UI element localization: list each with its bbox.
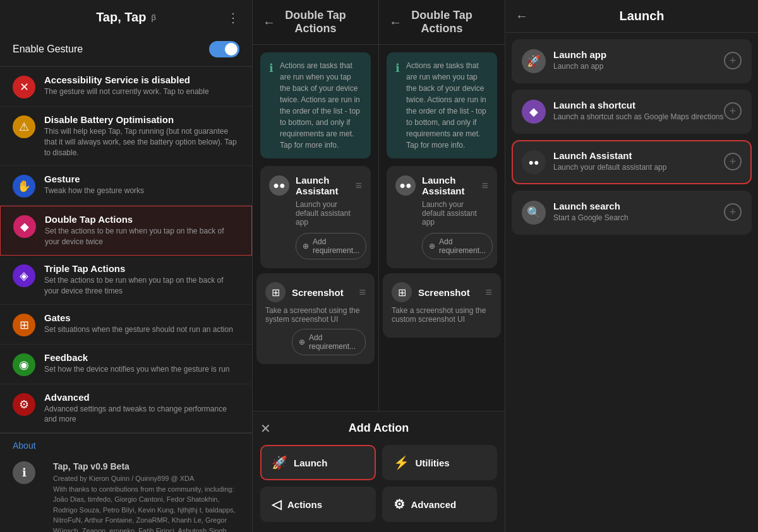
- utilities-btn-icon: ⚡: [394, 455, 409, 470]
- launch-panel: ← Launch 🚀 Launch app Launch an app + ◆ …: [505, 0, 758, 532]
- left-panel: Tap, Tap β ⋮ Enable Gesture ✕ Accessibil…: [0, 0, 253, 532]
- action-actions-btn[interactable]: ◁ Actions: [260, 487, 376, 522]
- middle-right-header: ← Double Tap Actions: [379, 0, 505, 45]
- accessibility-icon: ✕: [13, 76, 35, 98]
- launch-search-sub: Start a Google Search: [553, 213, 724, 222]
- launch-assistant-sub-left: Launch your default assistant app: [296, 200, 362, 227]
- launch-list: 🚀 Launch app Launch an app + ◆ Launch a …: [505, 33, 758, 532]
- launch-assistant-item[interactable]: ●● Launch Assistant Launch your default …: [512, 140, 752, 184]
- middle-right-content: ℹ Actions are tasks that are run when yo…: [379, 45, 505, 411]
- accessibility-sub: The gesture will not currently work. Tap…: [44, 86, 239, 97]
- gesture-title: Gesture: [44, 174, 239, 184]
- battery-icon: ⚠: [13, 115, 35, 138]
- advanced-btn-label: Advanced: [411, 499, 457, 510]
- launch-btn-icon: 🚀: [272, 455, 287, 470]
- advanced-title: Advanced: [44, 392, 239, 403]
- plus-icon-2-left: ⊕: [299, 338, 305, 346]
- gates-icon: ⊞: [13, 314, 35, 336]
- sidebar-item-double-tap[interactable]: ◆ Double Tap Actions Set the actions to …: [0, 206, 252, 256]
- add-req-btn-2-left[interactable]: ⊕ Add requirement...: [292, 329, 366, 355]
- launch-assistant-card-right[interactable]: ●● Launch Assistant ≡ Launch your defaul…: [387, 166, 497, 268]
- info-icon-right: ℹ: [395, 61, 400, 75]
- screenshot-card-right[interactable]: ⊞ Screenshot ≡ Take a screenshot using t…: [383, 273, 501, 338]
- launch-app-add-btn[interactable]: +: [724, 52, 742, 69]
- advanced-icon: ⚙: [13, 393, 35, 416]
- sidebar-item-accessibility[interactable]: ✕ Accessibility Service is disabled The …: [0, 67, 252, 107]
- sidebar-item-battery[interactable]: ⚠ Disable Battery Optimisation This will…: [0, 107, 252, 166]
- gesture-sub: Tweak how the gesture works: [44, 186, 239, 196]
- plus-icon-1-left: ⊕: [303, 242, 309, 251]
- middle-left-title: Double Tap Actions: [283, 9, 348, 35]
- double-tap-sub: Set the actions to be run when you tap o…: [45, 226, 239, 247]
- accessibility-title: Accessibility Service is disabled: [44, 74, 239, 85]
- menu-icon[interactable]: ⋮: [227, 10, 239, 25]
- launch-assistant-add-btn[interactable]: +: [724, 153, 742, 170]
- gesture-icon: ✋: [13, 175, 35, 198]
- sidebar-item-feedback[interactable]: ◉ Feedback Set how the device notifies y…: [0, 345, 252, 384]
- screenshot-card-left[interactable]: ⊞ Screenshot ≡ Take a screenshot using t…: [256, 273, 375, 364]
- utilities-btn-label: Utilities: [416, 458, 450, 468]
- back-button-right[interactable]: ←: [389, 15, 402, 30]
- modal-close-btn[interactable]: ✕: [260, 421, 271, 436]
- enable-gesture-toggle[interactable]: [209, 41, 239, 57]
- launch-btn-label: Launch: [294, 458, 327, 468]
- double-tap-title: Double Tap Actions: [45, 214, 239, 225]
- sidebar-item-advanced[interactable]: ⚙ Advanced Advanced settings and tweaks …: [0, 384, 252, 434]
- back-button-left[interactable]: ←: [263, 15, 275, 30]
- triple-tap-sub: Set the actions to be run when you tap o…: [44, 275, 239, 297]
- middle-panel: ← Double Tap Actions ℹ Actions are tasks…: [253, 0, 505, 532]
- launch-assistant-card-title-left: Launch Assistant: [296, 175, 355, 196]
- modal-header: ✕ Add Action: [260, 422, 497, 435]
- drag-handle-2-right[interactable]: ≡: [485, 286, 492, 299]
- add-req-label-1-right: Add requirement...: [439, 237, 486, 255]
- battery-title: Disable Battery Optimisation: [44, 114, 239, 125]
- launch-assistant-sub-right: Launch your default assistant app: [422, 200, 488, 227]
- double-tap-col-right: ← Double Tap Actions ℹ Actions are tasks…: [379, 0, 505, 411]
- launch-shortcut-add-btn[interactable]: +: [724, 102, 742, 120]
- add-req-btn-1-left[interactable]: ⊕ Add requirement...: [296, 233, 366, 259]
- launch-shortcut-icon: ◆: [522, 100, 546, 124]
- action-utilities-btn[interactable]: ⚡ Utilities: [382, 445, 498, 480]
- gates-title: Gates: [44, 312, 239, 323]
- launch-shortcut-item[interactable]: ◆ Launch a shortcut Launch a shortcut su…: [512, 90, 752, 134]
- launch-app-item[interactable]: 🚀 Launch app Launch an app +: [512, 39, 752, 83]
- info-banner-right: ℹ Actions are tasks that are run when yo…: [387, 52, 497, 158]
- enable-gesture-row: Enable Gesture: [0, 35, 252, 67]
- feedback-sub: Set how the device notifies you when the…: [44, 364, 239, 375]
- about-section: About: [0, 433, 252, 454]
- launch-back-btn[interactable]: ←: [515, 9, 528, 23]
- sidebar-item-gesture[interactable]: ✋ Gesture Tweak how the gesture works: [0, 166, 252, 206]
- launch-assistant-title: Launch Assistant: [553, 150, 724, 161]
- launch-shortcut-title: Launch a shortcut: [553, 100, 724, 110]
- launch-app-icon: 🚀: [522, 49, 546, 73]
- beta-badge: β: [151, 13, 155, 22]
- launch-title: Launch: [536, 9, 748, 23]
- drag-handle-2-left[interactable]: ≡: [359, 286, 366, 299]
- drag-handle-1-right[interactable]: ≡: [481, 179, 488, 192]
- about-link[interactable]: About: [13, 440, 36, 451]
- screenshot-sub-left: Take a screenshot using the system scree…: [265, 306, 366, 324]
- screenshot-icon-right: ⊞: [392, 282, 412, 302]
- sidebar-item-gates[interactable]: ⊞ Gates Set situations when the gesture …: [0, 305, 252, 345]
- version-title: Tap, Tap v0.9 Beta: [53, 460, 239, 473]
- launch-assistant-title-right: Launch Assistant: [422, 175, 481, 196]
- launch-search-item[interactable]: 🔍 Launch search Start a Google Search +: [512, 191, 752, 235]
- screenshot-title-left: Screenshot: [292, 287, 359, 298]
- triple-tap-title: Triple Tap Actions: [44, 263, 239, 274]
- launch-assistant-icon: ●●: [522, 150, 546, 174]
- app-header: Tap, Tap β ⋮: [0, 0, 252, 35]
- info-text-right: Actions are tasks that are run when you …: [406, 60, 488, 151]
- info-text-left: Actions are tasks that are run when you …: [280, 60, 362, 151]
- sidebar-item-triple-tap[interactable]: ◈ Triple Tap Actions Set the actions to …: [0, 256, 252, 305]
- version-item: ℹ Tap, Tap v0.9 Beta Created by Kieron Q…: [0, 454, 252, 532]
- action-advanced-btn[interactable]: ⚙ Advanced: [382, 487, 498, 522]
- screenshot-sub-right: Take a screenshot using the custom scree…: [392, 306, 492, 324]
- screenshot-title-right: Screenshot: [418, 287, 485, 298]
- launch-assistant-card-left[interactable]: ●● Launch Assistant ≡ Launch your defaul…: [260, 166, 371, 268]
- action-launch-btn[interactable]: 🚀 Launch: [260, 445, 376, 480]
- info-icon: ℹ: [13, 461, 35, 484]
- drag-handle-1-left[interactable]: ≡: [355, 179, 362, 192]
- launch-search-add-btn[interactable]: +: [724, 203, 742, 221]
- middle-left-header: ← Double Tap Actions: [253, 0, 378, 45]
- add-req-btn-1-right[interactable]: ⊕ Add requirement...: [422, 233, 493, 259]
